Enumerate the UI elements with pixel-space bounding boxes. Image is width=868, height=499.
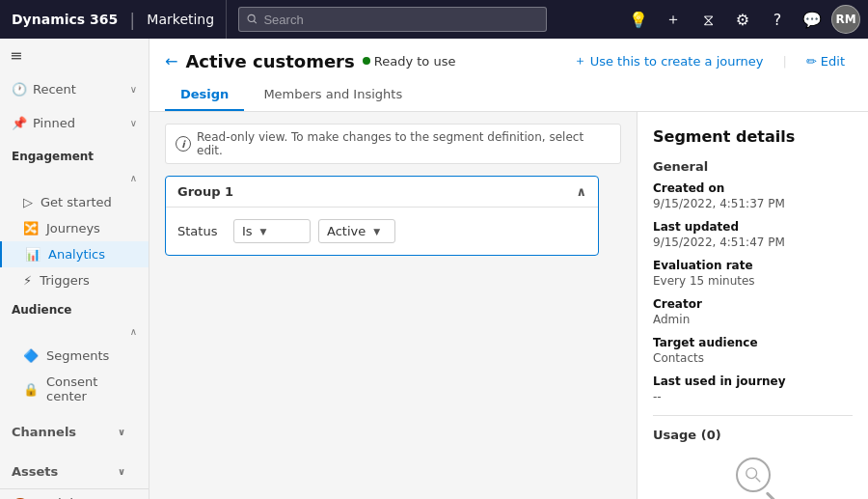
- recent-icon: 🕐: [12, 82, 27, 97]
- settings-icon[interactable]: ⚙: [727, 4, 758, 35]
- sidebar-item-segments[interactable]: 🔷 Segments: [0, 343, 149, 369]
- chevron-down-icon: ∨: [118, 427, 125, 437]
- journeys-label: Journeys: [46, 221, 100, 236]
- info-banner-text: Read-only view. To make changes to the s…: [197, 130, 610, 157]
- segment-details-panel: Segment details General Created on 9/15/…: [637, 112, 868, 499]
- sidebar-assets-toggle[interactable]: Assets ∨: [12, 458, 137, 485]
- action-separator: |: [783, 54, 787, 69]
- sidebar-item-analytics[interactable]: 📊 Analytics: [0, 241, 149, 267]
- last-used-label: Last used in journey: [653, 374, 853, 388]
- brand-area: Dynamics 365 | Marketing: [0, 0, 227, 39]
- sidebar-engagement-toggle[interactable]: ∧: [0, 167, 149, 189]
- channels-section: Channels ∨: [0, 409, 149, 449]
- recent-label: Recent: [33, 82, 76, 97]
- consent-icon: 🔒: [23, 382, 39, 397]
- consent-label: Consent center: [46, 374, 137, 403]
- assets-section: Assets ∨: [0, 449, 149, 488]
- condition-label: Status: [177, 224, 226, 238]
- creator-label: Creator: [653, 297, 853, 311]
- info-icon: i: [176, 136, 191, 152]
- chevron-down-icon: ▼: [260, 227, 267, 236]
- usage-empty-state: This segment has not been used in journe…: [653, 457, 853, 499]
- chevron-down-icon: ∨: [118, 466, 125, 477]
- play-icon: ▷: [23, 195, 33, 209]
- status-badge: Ready to use: [363, 54, 456, 69]
- help-icon[interactable]: ?: [762, 4, 793, 35]
- create-journey-button[interactable]: ＋ Use this to create a journey: [566, 48, 772, 73]
- header-actions: ＋ Use this to create a journey | ✏️ Edit: [566, 48, 853, 73]
- tab-members-insights[interactable]: Members and Insights: [248, 79, 418, 111]
- search-icon: [247, 14, 258, 25]
- get-started-label: Get started: [41, 195, 112, 209]
- last-used-field: Last used in journey --: [653, 374, 853, 403]
- plus-icon[interactable]: ＋: [658, 4, 689, 35]
- filter-icon[interactable]: ⧖: [692, 4, 723, 35]
- created-on-label: Created on: [653, 181, 853, 195]
- channels-label: Channels: [12, 425, 76, 439]
- tab-design[interactable]: Design: [165, 79, 244, 111]
- group-body: Status Is ▼ Active ▼: [166, 208, 598, 255]
- created-on-value: 9/15/2022, 4:51:37 PM: [653, 197, 853, 210]
- sidebar-item-recent[interactable]: 🕐 Recent ∨: [0, 76, 149, 102]
- tabs-row: Design Members and Insights: [165, 79, 853, 111]
- user-avatar[interactable]: RM: [831, 5, 860, 34]
- last-updated-field: Last updated 9/15/2022, 4:51:47 PM: [653, 220, 853, 249]
- create-journey-label: Use this to create a journey: [590, 54, 764, 69]
- sidebar-audience-toggle[interactable]: ∧: [0, 320, 149, 343]
- segment-details-title: Segment details: [653, 127, 853, 146]
- brand-module: Marketing: [147, 12, 214, 27]
- svg-line-1: [255, 21, 257, 23]
- value-display: Active: [327, 224, 366, 238]
- back-button[interactable]: ←: [165, 52, 177, 70]
- brand-d365: Dynamics 365: [12, 12, 118, 27]
- journey-icon: 🔀: [23, 221, 39, 236]
- audience-section: Audience: [0, 293, 149, 320]
- triggers-label: Triggers: [40, 273, 90, 288]
- details-divider: [653, 415, 853, 416]
- search-input[interactable]: [263, 13, 538, 27]
- evaluation-rate-label: Evaluation rate: [653, 259, 853, 272]
- assets-label: Assets: [12, 464, 58, 479]
- search-bar[interactable]: [238, 7, 547, 32]
- last-updated-value: 9/15/2022, 4:51:47 PM: [653, 236, 853, 249]
- sidebar-item-pinned[interactable]: 📌 Pinned ∨: [0, 110, 149, 136]
- operator-select[interactable]: Is ▼: [233, 219, 311, 243]
- segments-label: Segments: [46, 348, 109, 363]
- chevron-up-icon: ∧: [130, 173, 137, 183]
- sidebar-item-consent-center[interactable]: 🔒 Consent center: [0, 369, 149, 409]
- group-card: Group 1 ∧ Status Is ▼ Active ▼: [165, 176, 599, 256]
- chat-icon[interactable]: 💬: [797, 4, 827, 35]
- svg-point-0: [248, 14, 255, 21]
- analytics-label: Analytics: [48, 247, 105, 262]
- hamburger-menu[interactable]: ≡: [10, 46, 139, 65]
- search-empty-icon: [736, 457, 771, 492]
- collapse-icon[interactable]: ∧: [576, 184, 586, 199]
- value-select[interactable]: Active ▼: [318, 219, 395, 243]
- trigger-icon: ⚡: [23, 273, 32, 288]
- operator-value: Is: [242, 224, 253, 238]
- target-audience-label: Target audience: [653, 336, 853, 349]
- created-on-field: Created on 9/15/2022, 4:51:37 PM: [653, 181, 853, 210]
- main-layout: ≡ 🕐 Recent ∨ 📌 Pinned ∨ Engagement: [0, 39, 868, 499]
- sidebar: ≡ 🕐 Recent ∨ 📌 Pinned ∨ Engagement: [0, 39, 149, 499]
- evaluation-rate-value: Every 15 minutes: [653, 274, 853, 288]
- last-used-value: --: [653, 390, 853, 403]
- brand-separator: |: [129, 10, 135, 30]
- chevron-down-icon: ∨: [130, 84, 137, 95]
- edit-icon: ✏️: [806, 54, 817, 69]
- content-area: ← Active customers Ready to use ＋ Use th…: [149, 39, 868, 499]
- segment-icon: 🔷: [23, 348, 39, 363]
- sidebar-bottom-area[interactable]: RM Real-time marketi... ∧: [0, 488, 149, 499]
- sidebar-channels-toggle[interactable]: Channels ∨: [12, 419, 137, 445]
- sidebar-item-journeys[interactable]: 🔀 Journeys: [0, 215, 149, 241]
- engagement-section: Engagement: [0, 140, 149, 167]
- sidebar-top: ≡: [0, 39, 149, 72]
- sidebar-item-get-started[interactable]: ▷ Get started: [0, 189, 149, 215]
- info-banner: i Read-only view. To make changes to the…: [165, 124, 621, 164]
- sidebar-group-recent: 🕐 Recent ∨: [0, 72, 149, 106]
- edit-button[interactable]: ✏️ Edit: [799, 50, 853, 72]
- sidebar-item-triggers[interactable]: ⚡ Triggers: [0, 267, 149, 293]
- status-text: Ready to use: [374, 54, 456, 69]
- main-body: i Read-only view. To make changes to the…: [149, 112, 868, 499]
- lightbulb-icon[interactable]: 💡: [623, 4, 654, 35]
